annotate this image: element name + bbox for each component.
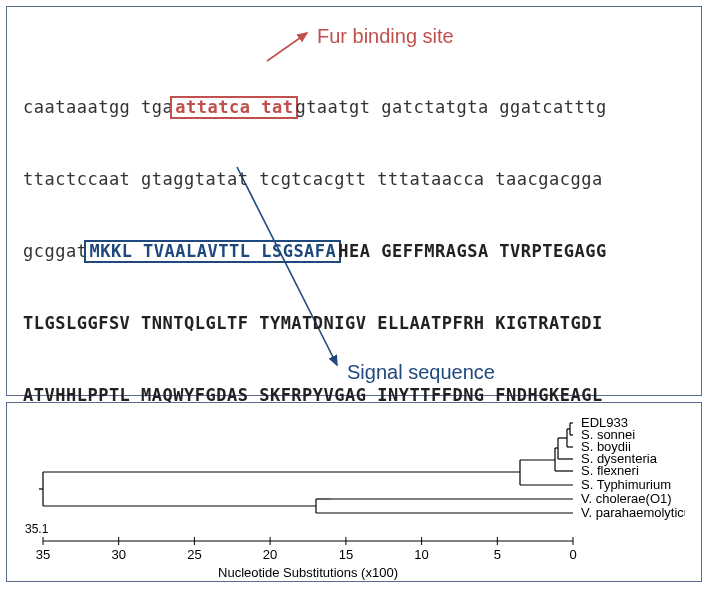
phylogenetic-tree-panel: EDL933 S. sonnei S. boydii S. dysenteria…	[6, 402, 702, 582]
axis-tick-labels: 35 30 25 20 15 10 5 0	[36, 547, 577, 562]
seq-row-3: gcggatMKKL TVAALAVTTL LSGSAFAHEA GEFFMRA…	[23, 243, 685, 260]
seq-row-4: TLGSLGGFSV TNNTQLGLTF TYMATDNIGV ELLAATP…	[23, 315, 685, 332]
tree-tip-labels: EDL933 S. sonnei S. boydii S. dysenteria…	[581, 415, 685, 520]
svg-text:15: 15	[339, 547, 353, 562]
svg-text:10: 10	[414, 547, 428, 562]
svg-text:30: 30	[111, 547, 125, 562]
axis	[43, 537, 573, 545]
fur-arrow	[267, 27, 327, 67]
root-distance-value: 35.1	[25, 522, 49, 536]
signal-sequence-box: MKKL TVAALAVTTL LSGSAFA	[84, 240, 341, 263]
taxon-parahaemolyticus: V. parahaemolyticus	[581, 505, 685, 520]
taxon-flexneri: S. flexneri	[581, 463, 639, 478]
fur-binding-label: Fur binding site	[317, 25, 454, 48]
seq-row-1: caataaatgg tgaattatca tatgtaatgt gatctat…	[23, 99, 685, 116]
seq-row-2: ttactccaat gtaggtatat tcgtcacgtt tttataa…	[23, 171, 685, 188]
svg-text:0: 0	[569, 547, 576, 562]
sequence-panel: Fur binding site Signal sequence caataaa…	[6, 6, 702, 396]
svg-text:25: 25	[187, 547, 201, 562]
taxon-cholerae: V. cholerae(O1)	[581, 491, 672, 506]
svg-text:35: 35	[36, 547, 50, 562]
svg-text:5: 5	[494, 547, 501, 562]
phylogenetic-tree: EDL933 S. sonnei S. boydii S. dysenteria…	[25, 413, 685, 581]
fur-binding-site-box: attatca tat	[170, 96, 298, 119]
svg-text:20: 20	[263, 547, 277, 562]
tree-branches	[39, 423, 573, 513]
svg-line-0	[267, 33, 307, 61]
taxon-typhimurium: S. Typhimurium	[581, 477, 671, 492]
x-axis-label: Nucleotide Substitutions (x100)	[218, 565, 398, 580]
